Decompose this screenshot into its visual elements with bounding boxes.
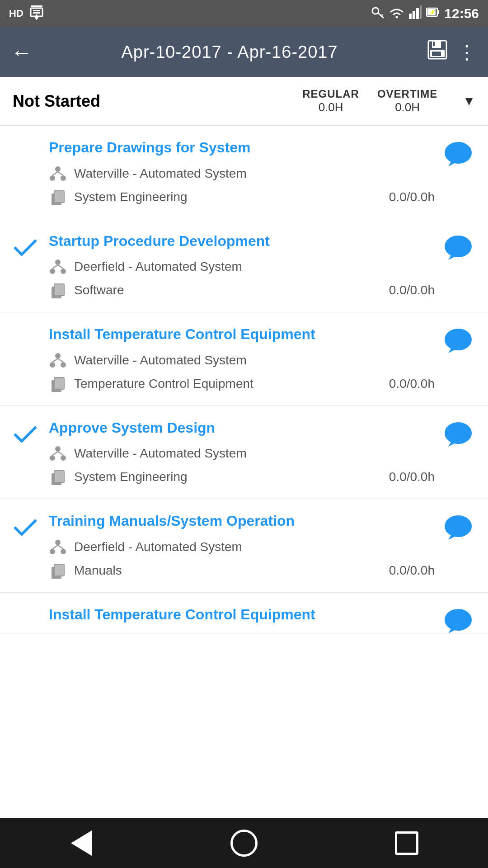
task-check-1[interactable] <box>13 138 40 142</box>
svg-point-38 <box>55 353 61 359</box>
svg-line-23 <box>52 172 58 175</box>
svg-point-30 <box>50 269 55 274</box>
task-title-5[interactable]: Training Manuals/System Operation <box>49 512 435 531</box>
svg-rect-19 <box>433 42 435 46</box>
task-check-6[interactable] <box>13 605 40 609</box>
task-category-2: Software <box>74 283 124 297</box>
svg-line-59 <box>52 545 58 549</box>
task-category-left-3: Temperature Control Equipment <box>49 375 253 393</box>
project-icon-5 <box>49 538 67 556</box>
task-item[interactable]: Training Manuals/System Operation Deerfi… <box>0 499 488 593</box>
category-icon-5 <box>49 561 67 580</box>
project-icon-4 <box>49 444 67 462</box>
svg-line-32 <box>52 265 58 269</box>
svg-point-39 <box>50 362 55 368</box>
svg-point-54 <box>445 422 472 444</box>
task-item[interactable]: Install Temperature Control Equipment Wa… <box>0 312 488 406</box>
task-content-2: Startup Procedure Development Deerfield … <box>49 232 435 300</box>
status-bar: HD <box>0 0 488 27</box>
svg-line-50 <box>52 452 58 455</box>
svg-rect-44 <box>54 377 64 389</box>
svg-point-49 <box>61 455 66 461</box>
nav-home-button[interactable] <box>221 825 267 861</box>
svg-rect-62 <box>54 564 64 576</box>
comment-icon-5[interactable] <box>444 512 475 539</box>
svg-line-41 <box>52 359 58 362</box>
battery-icon <box>426 5 440 22</box>
overtime-hours: OVERTIME 0.0H <box>377 88 437 114</box>
svg-rect-9 <box>413 11 415 19</box>
nav-recents-button[interactable] <box>384 825 429 861</box>
key-icon <box>371 5 385 22</box>
task-project-1: Waterville - Automated System <box>74 166 247 181</box>
task-hours-2: 0.0/0.0h <box>389 283 435 297</box>
svg-marker-66 <box>448 629 457 633</box>
task-item[interactable]: Prepare Drawings for System Waterville -… <box>0 126 488 219</box>
svg-point-36 <box>445 236 472 257</box>
task-check-2[interactable] <box>13 232 40 260</box>
svg-point-45 <box>445 329 472 350</box>
svg-point-65 <box>445 609 472 631</box>
svg-point-20 <box>55 166 61 172</box>
more-options-button[interactable]: ⋮ <box>457 41 477 63</box>
task-content-3: Install Temperature Control Equipment Wa… <box>49 325 435 393</box>
comment-icon-3[interactable] <box>444 325 475 352</box>
comment-icon-4[interactable] <box>444 419 475 446</box>
task-project-3: Waterville - Automated System <box>74 353 247 368</box>
back-triangle-icon <box>71 830 92 856</box>
task-title-4[interactable]: Approve System Design <box>49 419 435 438</box>
comment-icon-2[interactable] <box>444 232 475 259</box>
svg-point-57 <box>50 549 55 554</box>
task-item[interactable]: Startup Procedure Development Deerfield … <box>0 219 488 313</box>
task-category-row-4: System Engineering 0.0/0.0h <box>49 468 435 486</box>
comment-icon-1[interactable] <box>444 138 475 165</box>
overtime-value: 0.0H <box>377 100 437 114</box>
svg-marker-46 <box>448 349 457 353</box>
signal-icon <box>409 5 422 22</box>
summary-row: Not Started REGULAR 0.0H OVERTIME 0.0H ▼ <box>0 77 488 126</box>
download-icon <box>29 5 44 23</box>
dropdown-arrow-icon[interactable]: ▼ <box>463 94 475 108</box>
svg-marker-55 <box>448 442 457 447</box>
recents-square-icon <box>395 831 418 855</box>
back-button[interactable]: ← <box>11 40 33 65</box>
regular-label: REGULAR <box>302 88 359 100</box>
category-icon-3 <box>49 375 67 393</box>
svg-line-24 <box>58 172 63 175</box>
bottom-nav <box>0 818 488 868</box>
status-right: 12:56 <box>371 5 479 22</box>
status-left: HD <box>9 5 44 23</box>
task-project-4: Waterville - Automated System <box>74 446 247 461</box>
task-content-5: Training Manuals/System Operation Deerfi… <box>49 512 435 580</box>
svg-line-51 <box>58 452 63 455</box>
task-title-2[interactable]: Startup Procedure Development <box>49 232 435 251</box>
regular-value: 0.0H <box>302 100 359 114</box>
svg-point-40 <box>61 362 66 368</box>
regular-hours: REGULAR 0.0H <box>302 88 359 114</box>
task-category-left-1: System Engineering <box>49 188 188 206</box>
task-project-2: Deerfield - Automated System <box>74 259 242 274</box>
task-project-row-3: Waterville - Automated System <box>49 351 435 369</box>
save-button[interactable] <box>427 39 448 65</box>
svg-point-27 <box>445 142 472 164</box>
task-title-1[interactable]: Prepare Drawings for System <box>49 138 435 157</box>
task-check-5[interactable] <box>13 512 40 540</box>
time: 12:56 <box>444 6 479 21</box>
comment-icon-6[interactable] <box>444 605 475 632</box>
task-title-6[interactable]: Install Temperature Control Equipment <box>49 605 435 624</box>
project-icon-2 <box>49 258 67 276</box>
status-label: Not Started <box>13 92 302 111</box>
task-category-left-2: Software <box>49 281 124 299</box>
app-bar-actions: ⋮ <box>427 39 477 65</box>
svg-rect-11 <box>420 5 422 19</box>
task-check-3[interactable] <box>13 325 40 329</box>
task-category-3: Temperature Control Equipment <box>74 377 253 391</box>
task-check-4[interactable] <box>13 419 40 447</box>
nav-back-button[interactable] <box>59 825 104 861</box>
task-title-3[interactable]: Install Temperature Control Equipment <box>49 325 435 344</box>
task-project-5: Deerfield - Automated System <box>74 540 242 554</box>
task-item[interactable]: Approve System Design Waterville - Autom… <box>0 406 488 500</box>
svg-line-33 <box>58 265 63 269</box>
task-item-partial[interactable]: Install Temperature Control Equipment <box>0 593 488 633</box>
svg-point-21 <box>50 175 55 181</box>
